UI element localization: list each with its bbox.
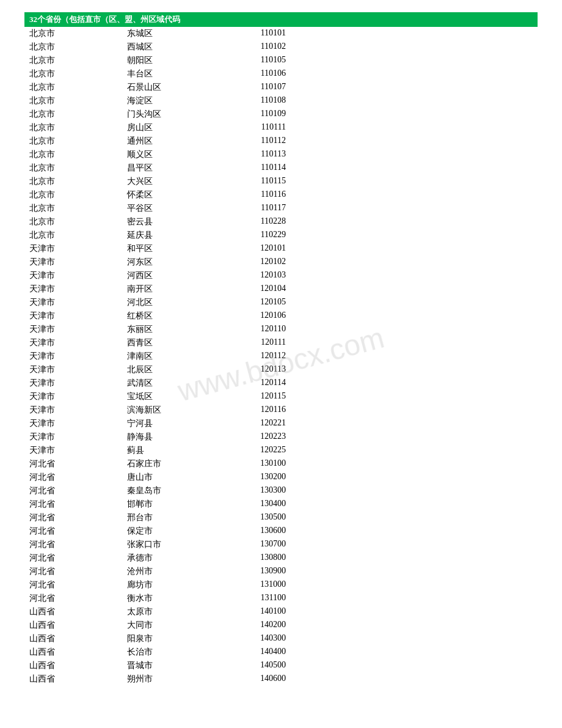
province-cell: 天津市 xyxy=(29,284,127,295)
table-row: 山西省长治市140400 xyxy=(24,645,538,659)
code-cell: 140400 xyxy=(225,647,298,658)
table-row: 天津市和平区120101 xyxy=(24,242,538,256)
code-cell: 120102 xyxy=(225,257,298,268)
code-cell: 110105 xyxy=(225,55,298,66)
province-cell: 北京市 xyxy=(29,122,127,133)
table-row: 山西省阳泉市140300 xyxy=(24,632,538,645)
table-row: 天津市河东区120102 xyxy=(24,256,538,269)
code-cell: 130500 xyxy=(225,512,298,523)
code-cell: 120116 xyxy=(225,405,298,416)
code-cell: 130600 xyxy=(225,526,298,537)
table-row: 北京市大兴区110115 xyxy=(24,175,538,188)
city-cell: 滨海新区 xyxy=(127,405,225,416)
city-cell: 门头沟区 xyxy=(127,109,225,120)
city-cell: 武清区 xyxy=(127,378,225,389)
city-cell: 长治市 xyxy=(127,647,225,658)
table-row: 北京市通州区110112 xyxy=(24,134,538,148)
province-cell: 山西省 xyxy=(29,647,127,658)
code-cell: 110117 xyxy=(225,203,298,214)
table-row: 天津市蓟县120225 xyxy=(24,444,538,457)
city-cell: 宁河县 xyxy=(127,418,225,429)
city-cell: 邢台市 xyxy=(127,512,225,523)
city-cell: 和平区 xyxy=(127,243,225,254)
province-cell: 北京市 xyxy=(29,82,127,93)
table-row: 河北省沧州市130900 xyxy=(24,565,538,578)
city-cell: 张家口市 xyxy=(127,539,225,550)
province-cell: 天津市 xyxy=(29,391,127,402)
province-cell: 天津市 xyxy=(29,270,127,281)
city-cell: 东丽区 xyxy=(127,324,225,335)
table-row: 北京市房山区110111 xyxy=(24,121,538,134)
table-row: 天津市宝坻区120115 xyxy=(24,390,538,403)
province-cell: 山西省 xyxy=(29,633,127,644)
city-cell: 唐山市 xyxy=(127,472,225,483)
header-col1: 32个省份（包括直市（区、盟、州区域代码 xyxy=(29,14,298,25)
province-cell: 北京市 xyxy=(29,216,127,227)
table-row: 天津市宁河县120221 xyxy=(24,417,538,430)
code-cell: 110115 xyxy=(225,176,298,187)
table-row: 山西省朔州市140600 xyxy=(24,672,538,686)
table-row: 北京市怀柔区110116 xyxy=(24,188,538,202)
table-row: 天津市红桥区120106 xyxy=(24,309,538,323)
code-cell: 130800 xyxy=(225,553,298,564)
code-cell: 110106 xyxy=(225,68,298,79)
city-cell: 衡水市 xyxy=(127,593,225,604)
city-cell: 平谷区 xyxy=(127,203,225,214)
code-cell: 110228 xyxy=(225,216,298,227)
code-cell: 120112 xyxy=(225,351,298,362)
data-table: 32个省份（包括直市（区、盟、州区域代码 北京市东城区110101北京市西城区1… xyxy=(24,12,538,686)
province-cell: 天津市 xyxy=(29,405,127,416)
code-cell: 120225 xyxy=(225,445,298,456)
code-cell: 130200 xyxy=(225,472,298,483)
city-cell: 河北区 xyxy=(127,297,225,308)
province-cell: 天津市 xyxy=(29,418,127,429)
province-cell: 天津市 xyxy=(29,364,127,375)
city-cell: 西青区 xyxy=(127,337,225,348)
table-row: 北京市门头沟区110109 xyxy=(24,108,538,121)
city-cell: 昌平区 xyxy=(127,163,225,174)
city-cell: 邯郸市 xyxy=(127,499,225,510)
table-row: 河北省衡水市131100 xyxy=(24,592,538,605)
province-cell: 河北省 xyxy=(29,553,127,564)
province-cell: 北京市 xyxy=(29,189,127,200)
province-cell: 北京市 xyxy=(29,163,127,174)
province-cell: 天津市 xyxy=(29,257,127,268)
city-cell: 红桥区 xyxy=(127,311,225,322)
table-row: 河北省唐山市130200 xyxy=(24,471,538,484)
province-cell: 山西省 xyxy=(29,606,127,617)
province-cell: 山西省 xyxy=(29,674,127,685)
city-cell: 承德市 xyxy=(127,553,225,564)
table-row: 河北省承德市130800 xyxy=(24,551,538,565)
code-cell: 110109 xyxy=(225,109,298,120)
city-cell: 朝阳区 xyxy=(127,55,225,66)
province-cell: 天津市 xyxy=(29,378,127,389)
province-cell: 河北省 xyxy=(29,485,127,496)
city-cell: 大兴区 xyxy=(127,176,225,187)
table-row: 北京市东城区110101 xyxy=(24,27,538,40)
province-cell: 北京市 xyxy=(29,28,127,39)
code-cell: 120221 xyxy=(225,418,298,429)
code-cell: 110116 xyxy=(225,189,298,200)
city-cell: 秦皇岛市 xyxy=(127,485,225,496)
province-cell: 天津市 xyxy=(29,445,127,456)
province-cell: 北京市 xyxy=(29,42,127,53)
city-cell: 通州区 xyxy=(127,136,225,147)
code-cell: 120105 xyxy=(225,297,298,308)
table-row: 天津市武清区120114 xyxy=(24,377,538,390)
table-row: 北京市朝阳区110105 xyxy=(24,54,538,67)
table-row: 北京市西城区110102 xyxy=(24,40,538,54)
province-cell: 河北省 xyxy=(29,579,127,590)
province-cell: 北京市 xyxy=(29,149,127,160)
code-cell: 120103 xyxy=(225,270,298,281)
table-row: 天津市西青区120111 xyxy=(24,336,538,350)
city-cell: 西城区 xyxy=(127,42,225,53)
city-cell: 保定市 xyxy=(127,526,225,537)
table-row: 天津市河西区120103 xyxy=(24,269,538,282)
table-row: 河北省保定市130600 xyxy=(24,524,538,538)
province-cell: 北京市 xyxy=(29,230,127,241)
city-cell: 东城区 xyxy=(127,28,225,39)
code-cell: 140200 xyxy=(225,620,298,631)
table-header: 32个省份（包括直市（区、盟、州区域代码 xyxy=(24,12,538,27)
code-cell: 110108 xyxy=(225,95,298,106)
city-cell: 南开区 xyxy=(127,284,225,295)
